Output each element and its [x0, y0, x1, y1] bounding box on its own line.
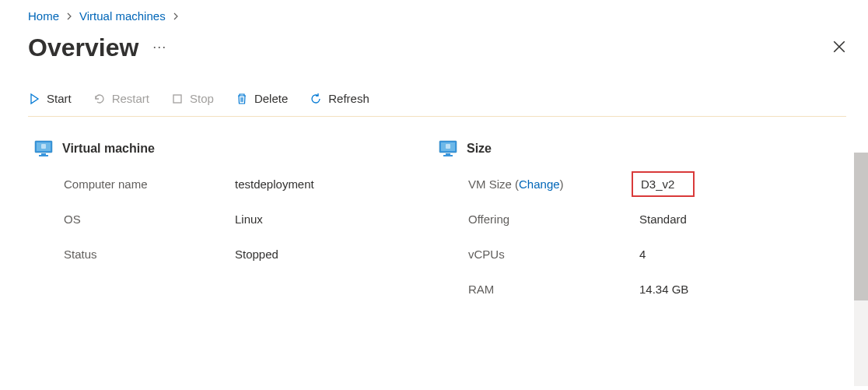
delete-button-label: Delete	[254, 92, 288, 105]
vm-size-highlight: D3_v2	[632, 171, 695, 197]
status-row: Status Stopped	[28, 248, 432, 261]
svg-rect-0	[173, 95, 181, 103]
virtual-machine-section-title: Virtual machine	[62, 142, 155, 156]
ram-label: RAM	[468, 283, 639, 296]
svg-rect-8	[446, 153, 450, 155]
chevron-right-icon	[65, 10, 73, 23]
toolbar: Start Restart Stop Delete Refresh	[28, 92, 846, 117]
vcpus-value: 4	[639, 248, 837, 261]
monitor-icon	[34, 140, 53, 157]
breadcrumb-virtual-machines[interactable]: Virtual machines	[79, 9, 166, 23]
trash-icon	[236, 93, 248, 105]
start-button-label: Start	[47, 92, 72, 105]
ram-value: 14.34 GB	[639, 283, 837, 296]
monitor-icon	[439, 140, 457, 157]
vm-size-label: VM Size (Change)	[468, 177, 639, 191]
ram-row: RAM 14.34 GB	[432, 283, 837, 296]
restart-button-label: Restart	[112, 92, 149, 105]
page-title: Overview	[28, 33, 138, 62]
status-value: Stopped	[235, 248, 432, 261]
virtual-machine-section: Virtual machine Computer name testdeploy…	[28, 140, 432, 318]
os-row: OS Linux	[28, 213, 432, 226]
delete-button[interactable]: Delete	[236, 92, 288, 105]
refresh-button[interactable]: Refresh	[310, 92, 369, 105]
os-value: Linux	[235, 213, 432, 226]
restart-icon	[93, 93, 106, 105]
scrollbar-track[interactable]	[854, 153, 868, 386]
os-label: OS	[64, 213, 235, 226]
vcpus-label: vCPUs	[468, 248, 639, 261]
svg-rect-3	[41, 153, 46, 155]
restart-button: Restart	[93, 92, 149, 105]
scrollbar-thumb[interactable]	[854, 153, 868, 300]
play-icon	[28, 93, 40, 105]
computer-name-row: Computer name testdeployment	[28, 177, 432, 191]
breadcrumb: Home Virtual machines	[28, 9, 868, 23]
stop-icon	[171, 93, 184, 105]
refresh-icon	[310, 93, 322, 105]
vm-size-row: VM Size (Change) D3_v2	[432, 177, 837, 191]
svg-rect-9	[443, 155, 453, 156]
content: Virtual machine Computer name testdeploy…	[28, 117, 868, 318]
status-label: Status	[64, 248, 235, 261]
refresh-button-label: Refresh	[328, 92, 369, 105]
breadcrumb-home[interactable]: Home	[28, 9, 59, 23]
computer-name-value: testdeployment	[235, 177, 432, 191]
vcpus-row: vCPUs 4	[432, 248, 837, 261]
vm-size-value: D3_v2	[639, 177, 837, 191]
size-section-title: Size	[467, 142, 492, 156]
change-link[interactable]: Change	[519, 177, 560, 191]
stop-button-label: Stop	[190, 92, 214, 105]
svg-rect-10	[446, 144, 450, 149]
chevron-right-icon	[172, 10, 180, 23]
stop-button: Stop	[171, 92, 214, 105]
offering-label: Offering	[468, 213, 639, 226]
computer-name-label: Computer name	[64, 177, 235, 191]
offering-row: Offering Standard	[432, 213, 837, 226]
close-icon[interactable]	[832, 40, 846, 56]
title-row: Overview ···	[28, 33, 868, 62]
size-section: Size VM Size (Change) D3_v2 Offering Sta…	[432, 140, 837, 318]
more-icon[interactable]: ···	[152, 39, 166, 57]
svg-rect-5	[41, 144, 46, 149]
svg-rect-4	[39, 155, 48, 156]
offering-value: Standard	[639, 213, 837, 226]
start-button[interactable]: Start	[28, 92, 72, 105]
